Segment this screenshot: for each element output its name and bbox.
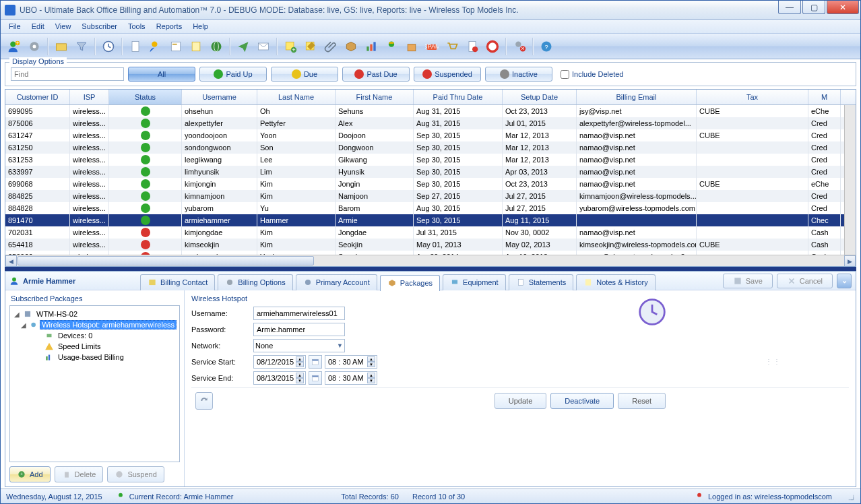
save-button[interactable]: Save — [723, 274, 773, 288]
col-firstname[interactable]: First Name — [336, 90, 414, 104]
menu-subscriber[interactable]: Subscriber — [76, 21, 123, 32]
col-status[interactable]: Status — [109, 90, 182, 104]
document-icon[interactable] — [126, 37, 145, 56]
col-username[interactable]: Username — [182, 90, 257, 104]
menu-file[interactable]: File — [3, 21, 26, 32]
tab-billing-contact[interactable]: Billing Contact — [140, 274, 215, 290]
table-row[interactable]: 631250wireless...sondongwoonSonDongwoonS… — [5, 141, 844, 154]
find-input[interactable] — [11, 67, 124, 81]
table-row[interactable]: 884828wireless...yubaromYuBaromAug 30, 2… — [5, 202, 844, 214]
table-row[interactable]: 702031wireless...kimjongdaeKimJongdaeJul… — [5, 226, 844, 239]
box-icon[interactable] — [402, 37, 421, 56]
attachment-icon[interactable] — [321, 37, 340, 56]
tree-root[interactable]: ◢WTM-HS-02 — [11, 309, 178, 319]
table-row[interactable]: 891470wireless...armiehammerHammerArmieS… — [5, 214, 844, 226]
end-time-input[interactable]: 08 : 30 AM▲▼ — [325, 371, 377, 385]
col-lastname[interactable]: Last Name — [257, 90, 336, 104]
col-customer-id[interactable]: Customer ID — [5, 90, 70, 104]
refresh-button[interactable] — [195, 392, 213, 410]
table-row[interactable]: 884825wireless...kimnamjoonKimNamjoonSep… — [5, 190, 844, 202]
table-row[interactable]: 631253wireless...leegikwangLeeGikwangSep… — [5, 154, 844, 166]
hscroll-right-icon[interactable]: ▶ — [844, 255, 856, 267]
open-icon[interactable] — [52, 37, 71, 56]
cancel-button[interactable]: Cancel — [777, 274, 833, 288]
resize-grip[interactable]: ⋮⋮ — [765, 358, 782, 365]
titlebar[interactable]: UBO - Ultimate Back Office Billing and A… — [1, 1, 860, 20]
sticky-edit-icon[interactable] — [301, 37, 320, 56]
grid-body[interactable]: 699095wireless...ohsehunOhSehunsAug 31, … — [5, 105, 844, 255]
username-field[interactable] — [253, 307, 345, 320]
filter-suspended-button[interactable]: Suspended — [414, 67, 481, 82]
deactivate-button[interactable]: Deactivate — [550, 393, 614, 409]
menu-reports[interactable]: Reports — [151, 21, 188, 32]
send-icon[interactable] — [234, 37, 253, 56]
tab-packages[interactable]: Packages — [380, 275, 440, 291]
corner-grip-icon[interactable] — [846, 492, 855, 501]
col-setup[interactable]: Setup Date — [503, 90, 577, 104]
table-row[interactable]: 633997wireless...limhyunsikLimHyunsikSep… — [5, 166, 844, 178]
end-date-input[interactable]: 08/13/2015▲▼ — [253, 371, 306, 385]
history-icon[interactable] — [99, 37, 118, 56]
lifebuoy-icon[interactable] — [483, 37, 502, 56]
expand-button[interactable]: ⌄ — [837, 274, 852, 288]
menu-edit[interactable]: Edit — [26, 21, 50, 32]
tree-speed[interactable]: Speed Limits — [11, 341, 178, 352]
col-isp[interactable]: ISP — [70, 90, 109, 104]
tree-devices[interactable]: Devices: 0 — [11, 330, 178, 341]
filter-all-button[interactable]: All — [128, 67, 195, 82]
network-select[interactable]: None▼ — [253, 339, 345, 352]
menu-view[interactable]: View — [50, 21, 77, 32]
table-row[interactable]: 875006wireless...alexpettyferPettyferAle… — [5, 117, 844, 129]
settings-icon[interactable] — [25, 37, 44, 56]
note-icon[interactable] — [187, 37, 205, 56]
col-tax[interactable]: Tax — [697, 90, 808, 104]
start-date-input[interactable]: 08/12/2015▲▼ — [253, 355, 306, 369]
grid-vscrollbar[interactable] — [844, 105, 856, 255]
spam-icon[interactable]: SPAM — [422, 37, 441, 56]
cart-icon[interactable] — [443, 37, 461, 56]
col-email[interactable]: Billing Email — [577, 90, 697, 104]
tree-add-button[interactable]: +Add — [9, 466, 51, 482]
tab-primary-account[interactable]: Primary Account — [296, 274, 377, 290]
packages-tree[interactable]: ◢WTM-HS-02 ◢Wireless Hotspot: armiehamme… — [9, 305, 180, 462]
end-calendar-button[interactable] — [309, 371, 322, 385]
password-field[interactable] — [253, 323, 345, 336]
filter-inactive-button[interactable]: Inactive — [485, 67, 552, 82]
delete-user-icon[interactable]: × — [510, 37, 529, 56]
menu-help[interactable]: Help — [187, 21, 214, 32]
tab-equipment[interactable]: Equipment — [443, 274, 506, 290]
tab-billing-options[interactable]: Billing Options — [218, 274, 292, 290]
form-icon[interactable] — [166, 37, 185, 56]
reset-button[interactable]: Reset — [618, 393, 666, 409]
close-button[interactable]: ✕ — [827, 1, 859, 14]
hscroll-left-icon[interactable]: ◀ — [5, 255, 17, 267]
add-user-icon[interactable]: + — [5, 37, 24, 56]
table-row[interactable]: 699068wireless...kimjonginKimJonginSep 3… — [5, 178, 844, 190]
chart-icon[interactable] — [362, 37, 381, 56]
include-deleted-checkbox[interactable]: Include Deleted — [561, 70, 623, 79]
start-time-input[interactable]: 08 : 30 AM▲▼ — [325, 355, 377, 369]
filter-due-button[interactable]: Due — [271, 67, 338, 82]
table-row[interactable]: 699095wireless...ohsehunOhSehunsAug 31, … — [5, 105, 844, 117]
tree-delete-button[interactable]: Delete — [55, 466, 104, 482]
minimize-button[interactable]: — — [778, 1, 801, 14]
package-icon[interactable] — [342, 37, 360, 56]
table-row[interactable]: 631247wireless...yoondoojoonYoonDoojoonS… — [5, 129, 844, 141]
globe-icon[interactable] — [207, 37, 226, 56]
table-row[interactable]: 654418wireless...kimseokjinKimSeokjinMay… — [5, 239, 844, 251]
hscroll-thumb[interactable] — [18, 256, 314, 265]
tab-notes[interactable]: Notes & History — [576, 274, 655, 290]
sticky-add-icon[interactable]: + — [281, 37, 300, 56]
start-calendar-button[interactable] — [309, 355, 322, 369]
filter-icon[interactable] — [72, 37, 91, 56]
tree-hotspot[interactable]: ◢Wireless Hotspot: armiehammerwireless — [11, 319, 178, 330]
remove-doc-icon[interactable] — [463, 37, 482, 56]
filter-pastdue-button[interactable]: Past Due — [342, 67, 410, 82]
user-edit-icon[interactable] — [146, 37, 165, 56]
tab-statements[interactable]: Statements — [509, 274, 574, 290]
help-icon[interactable]: ? — [537, 37, 556, 56]
tree-suspend-button[interactable]: Suspend — [107, 466, 164, 482]
col-paidthru[interactable]: Paid Thru Date — [414, 90, 503, 104]
filter-paidup-button[interactable]: Paid Up — [199, 67, 267, 82]
mail-icon[interactable] — [254, 37, 273, 56]
